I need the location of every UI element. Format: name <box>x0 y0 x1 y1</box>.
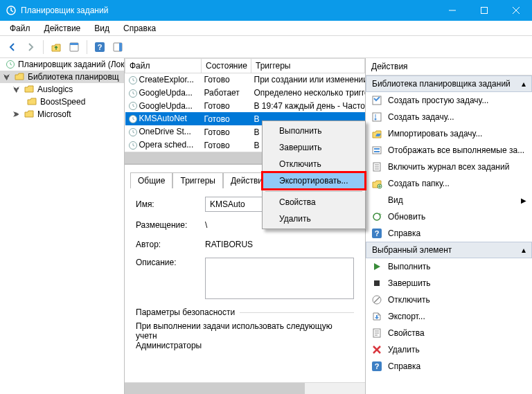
action-item[interactable]: Отображать все выполняемые за... <box>366 142 532 159</box>
description-field[interactable] <box>205 258 354 299</box>
context-end[interactable]: Завершить <box>263 139 365 156</box>
minimize-button[interactable] <box>436 0 468 21</box>
collapse-icon: ▴ <box>522 245 526 255</box>
action-item[interactable]: Импортировать задачу... <box>366 125 532 142</box>
table-row[interactable]: GoogleUpda...ГотовоВ 19:47 каждый день -… <box>125 100 365 113</box>
svg-rect-3 <box>70 43 78 45</box>
action-item[interactable]: ?Справка <box>366 358 532 375</box>
action-icon <box>371 195 382 206</box>
context-disable[interactable]: Отключить <box>263 156 365 172</box>
svg-rect-20 <box>374 151 380 152</box>
action-icon: ? <box>371 228 382 239</box>
context-menu: Выполнить Завершить Отключить Экспортиро… <box>262 120 366 229</box>
svg-rect-16 <box>373 113 381 121</box>
action-item[interactable]: Выполнить <box>366 258 532 275</box>
action-item[interactable]: Обновить <box>366 208 532 225</box>
action-icon <box>371 178 382 189</box>
column-status[interactable]: Состояние <box>202 59 251 73</box>
description-label: Описание: <box>136 258 205 267</box>
tree-item[interactable]: ⮞ Microsoft <box>0 108 124 120</box>
maximize-button[interactable] <box>468 0 500 21</box>
close-button[interactable] <box>500 0 532 21</box>
back-button[interactable] <box>4 39 21 55</box>
svg-rect-1 <box>481 8 488 14</box>
action-icon <box>371 278 382 289</box>
menu-view[interactable]: Вид <box>87 22 116 35</box>
location-label: Размещение: <box>136 220 205 230</box>
action-icon <box>371 111 382 123</box>
menu-help[interactable]: Справка <box>116 22 163 35</box>
tree-library[interactable]: ⮟ Библиотека планировщ <box>0 71 124 83</box>
menu-file[interactable]: Файл <box>3 22 37 35</box>
tree-nav: Планировщик заданий (Лок ⮟ Библиотека пл… <box>0 58 125 394</box>
task-icon <box>128 127 138 137</box>
action-item[interactable]: Вид▶ <box>366 192 532 208</box>
context-properties[interactable]: Свойства <box>263 194 365 211</box>
column-file[interactable]: Файл <box>125 59 202 73</box>
toolbar: ? <box>0 36 532 58</box>
details-scrollbar[interactable] <box>125 382 365 394</box>
context-delete[interactable]: Удалить <box>263 211 365 227</box>
help-button[interactable]: ? <box>91 39 108 55</box>
action-item[interactable]: Удалить <box>366 341 532 358</box>
action-icon <box>371 211 382 222</box>
author-label: Автор: <box>136 240 205 249</box>
context-run[interactable]: Выполнить <box>263 123 365 139</box>
tab-general[interactable]: Общие <box>130 172 172 188</box>
action-item[interactable]: ?Справка <box>366 225 532 242</box>
action-item[interactable]: Экспорт... <box>366 308 532 325</box>
panel-button-1[interactable] <box>66 39 82 55</box>
tree-root[interactable]: Планировщик заданий (Лок <box>0 58 124 71</box>
action-item[interactable]: Включить журнал всех заданий <box>366 159 532 175</box>
folder-icon <box>26 96 37 107</box>
panel-button-2[interactable] <box>109 39 126 55</box>
task-icon <box>128 101 138 111</box>
title-bar: Планировщик заданий <box>0 0 532 21</box>
column-triggers[interactable]: Триггеры <box>251 59 365 73</box>
actions-header: Действия <box>366 58 532 75</box>
folder-up-button[interactable] <box>48 39 64 55</box>
forward-button[interactable] <box>22 39 39 55</box>
action-item[interactable]: Создать папку... <box>366 175 532 192</box>
table-row[interactable]: CreateExplor...ГотовоПри создании или из… <box>125 73 365 87</box>
window-title: Планировщик заданий <box>21 6 108 15</box>
clock-icon <box>6 59 15 70</box>
task-icon <box>128 75 138 85</box>
actions-group-library[interactable]: Библиотека планировщика заданий ▴ <box>366 75 532 92</box>
action-icon <box>371 261 382 272</box>
security-user: Администраторы <box>136 341 354 350</box>
tree-item[interactable]: ⮟ Auslogics <box>0 83 124 96</box>
tree-item[interactable]: BoostSpeed <box>0 96 124 108</box>
action-icon: ? <box>371 361 382 372</box>
action-icon <box>371 95 382 106</box>
collapse-icon: ▴ <box>522 79 526 89</box>
svg-point-17 <box>375 118 377 120</box>
folder-icon <box>24 84 35 95</box>
action-icon <box>371 328 382 339</box>
menu-action[interactable]: Действие <box>37 22 88 35</box>
actions-group-selected[interactable]: Выбранный элемент ▴ <box>366 242 532 258</box>
table-row[interactable]: GoogleUpda...РаботаетОпределено нескольк… <box>125 87 365 100</box>
action-item[interactable]: Создать задачу... <box>366 109 532 125</box>
menu-bar: Файл Действие Вид Справка <box>0 21 532 36</box>
task-icon <box>128 141 138 150</box>
action-icon <box>371 294 382 305</box>
location-value: \ <box>205 219 207 231</box>
security-text: При выполнении задачи использовать следу… <box>136 321 354 341</box>
context-export[interactable]: Экспортировать... <box>263 172 365 189</box>
security-title: Параметры безопасности <box>136 307 354 317</box>
app-icon <box>6 5 17 16</box>
actions-pane: Действия Библиотека планировщика заданий… <box>366 58 532 394</box>
tab-triggers[interactable]: Триггеры <box>172 172 223 188</box>
action-icon <box>371 311 382 322</box>
author-value: RATIBORUS <box>205 238 253 251</box>
twisty-open-icon: ⮟ <box>12 86 21 93</box>
action-item[interactable]: Свойства <box>366 325 532 341</box>
svg-rect-7 <box>119 43 122 51</box>
folder-icon <box>24 109 35 120</box>
svg-text:?: ? <box>375 229 380 238</box>
action-item[interactable]: Завершить <box>366 275 532 292</box>
twisty-open-icon: ⮟ <box>3 73 11 81</box>
action-item[interactable]: Создать простую задачу... <box>366 92 532 109</box>
action-item[interactable]: Отключить <box>366 292 532 308</box>
